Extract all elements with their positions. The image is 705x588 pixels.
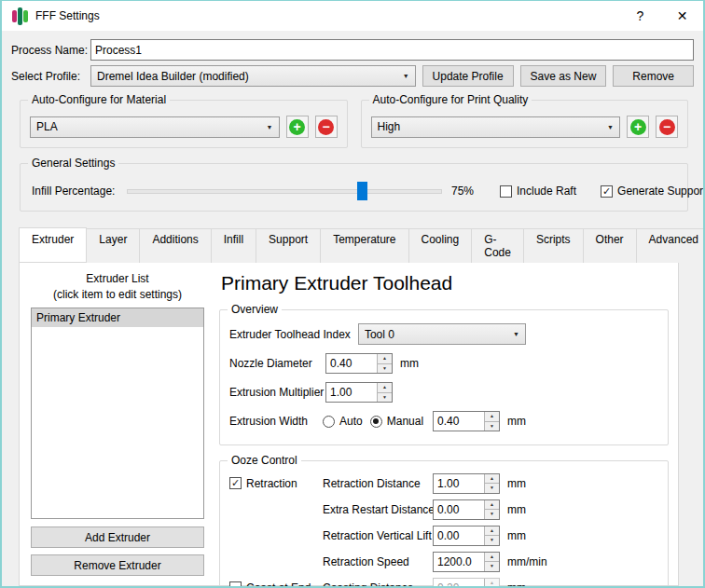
update-profile-button[interactable]: Update Profile (422, 65, 514, 87)
unit-label: mm/min (507, 555, 547, 568)
retraction-checkbox[interactable]: ✓ Retraction (229, 477, 323, 490)
checkbox-check-icon: ✓ (229, 477, 242, 489)
overview-title: Overview (228, 303, 282, 316)
toolhead-index-select[interactable]: Tool 0 ▼ (358, 323, 526, 345)
chevron-down-icon: ▼ (513, 331, 519, 337)
close-icon[interactable]: ✕ (661, 1, 703, 31)
spin-down-icon[interactable]: ▼ (485, 422, 499, 431)
spin-down-icon[interactable]: ▼ (485, 484, 499, 493)
extruder-list-panel: Extruder List (click item to edit settin… (31, 270, 204, 576)
generate-support-checkbox[interactable]: ✓ Generate Support (601, 185, 703, 198)
auto-configure-material-group: Auto-Configure for Material PLA ▼ + − (20, 100, 348, 148)
tab-layer[interactable]: Layer (86, 228, 140, 263)
infill-percentage-label: Infill Percentage: (32, 185, 127, 198)
coasting-distance-label: Coasting Distance (323, 581, 433, 587)
retraction-distance-spinbox[interactable]: 1.00 ▲▼ (433, 473, 500, 494)
coasting-distance-spinbox: 0.20 ▲▼ (433, 578, 500, 587)
retraction-distance-label: Retraction Distance (323, 477, 433, 490)
spin-up-icon[interactable]: ▲ (485, 526, 499, 537)
process-name-label: Process Name: (11, 44, 90, 57)
extrusion-width-auto-radio[interactable]: Auto (323, 415, 363, 428)
save-as-new-button[interactable]: Save as New (520, 65, 607, 87)
tab-additions[interactable]: Additions (139, 228, 211, 263)
unit-label: mm (507, 477, 526, 490)
extrusion-width-label: Extrusion Width (229, 415, 308, 428)
spin-down-icon[interactable]: ▼ (485, 562, 499, 571)
minus-icon: − (318, 119, 334, 135)
plus-icon: + (630, 119, 646, 135)
remove-extruder-button[interactable]: Remove Extruder (31, 554, 204, 576)
tab-temperature[interactable]: Temperature (320, 228, 408, 263)
spin-down-icon[interactable]: ▼ (485, 510, 499, 519)
ooze-control-group: Ooze Control ✓ Retraction Retraction Dis… (219, 460, 669, 586)
remove-profile-button[interactable]: Remove (613, 65, 694, 87)
tab-extruder[interactable]: Extruder (19, 227, 87, 262)
unit-label: mm (507, 503, 526, 516)
extrusion-multiplier-spinbox[interactable]: 1.00 ▲▼ (325, 382, 393, 403)
profile-select[interactable]: Dremel Idea Builder (modified) ▼ (90, 65, 416, 87)
radio-unselected-icon (323, 416, 335, 428)
extra-restart-distance-spinbox[interactable]: 0.00 ▲▼ (433, 499, 500, 520)
checkbox-check-icon: ✓ (601, 185, 613, 198)
checkbox-unchecked-icon (500, 185, 512, 198)
coast-at-end-checkbox[interactable]: Coast at End (229, 581, 323, 587)
tab-other[interactable]: Other (583, 228, 637, 263)
spin-up-icon[interactable]: ▲ (485, 500, 499, 511)
spin-up-icon[interactable]: ▲ (378, 354, 392, 364)
spin-up-icon[interactable]: ▲ (485, 474, 499, 485)
chevron-down-icon: ▼ (267, 124, 273, 130)
extra-restart-distance-label: Extra Restart Distance (323, 503, 433, 516)
toolhead-settings-panel: Primary Extruder Toolhead Overview Extru… (219, 270, 669, 576)
radio-selected-icon (370, 416, 382, 428)
spin-up-icon: ▲ (485, 579, 499, 587)
select-profile-label: Select Profile: (11, 70, 90, 83)
unit-label: mm (400, 357, 419, 370)
slider-thumb[interactable] (357, 182, 367, 200)
spin-down-icon[interactable]: ▼ (485, 536, 499, 545)
help-icon[interactable]: ? (619, 1, 661, 31)
include-raft-checkbox[interactable]: Include Raft (500, 185, 576, 198)
quality-select[interactable]: High ▼ (371, 116, 621, 138)
nozzle-diameter-spinbox[interactable]: 0.40 ▲▼ (325, 353, 393, 374)
general-settings-group: General Settings Infill Percentage: 75% … (20, 163, 688, 212)
retraction-speed-label: Retraction Speed (323, 555, 433, 568)
unit-label: mm (507, 581, 526, 587)
extrusion-width-spinbox[interactable]: 0.40 ▲▼ (433, 411, 500, 431)
auto-configure-quality-group: Auto-Configure for Print Quality High ▼ … (361, 100, 689, 148)
remove-material-button[interactable]: − (315, 116, 338, 138)
infill-slider[interactable] (127, 182, 442, 200)
extruder-listbox[interactable]: Primary Extruder (31, 308, 204, 519)
retraction-speed-spinbox[interactable]: 1200.0 ▲▼ (433, 552, 500, 572)
quality-group-title: Auto-Configure for Print Quality (369, 93, 532, 106)
add-extruder-button[interactable]: Add Extruder (31, 526, 204, 548)
extruder-tab-page: Extruder List (click item to edit settin… (19, 262, 679, 586)
spin-up-icon[interactable]: ▲ (485, 412, 499, 422)
slider-track (127, 189, 442, 194)
plus-icon: + (289, 119, 305, 135)
tab-gcode[interactable]: G-Code (471, 228, 524, 263)
tab-scripts[interactable]: Scripts (523, 228, 584, 263)
tab-advanced[interactable]: Advanced (636, 228, 703, 263)
spin-down-icon[interactable]: ▼ (378, 393, 392, 403)
spin-up-icon[interactable]: ▲ (378, 383, 392, 393)
chevron-down-icon: ▼ (403, 73, 409, 79)
extrusion-multiplier-label: Extrusion Multiplier (229, 386, 318, 399)
add-quality-button[interactable]: + (627, 116, 649, 138)
fff-settings-dialog: FFF Settings ? ✕ Process Name: Select Pr… (0, 0, 705, 588)
spin-down-icon[interactable]: ▼ (378, 364, 392, 374)
tab-infill[interactable]: Infill (211, 228, 256, 263)
retraction-vertical-lift-spinbox[interactable]: 0.00 ▲▼ (433, 526, 500, 546)
tab-cooling[interactable]: Cooling (408, 228, 473, 263)
tab-support[interactable]: Support (256, 228, 321, 263)
remove-quality-button[interactable]: − (656, 116, 678, 138)
unit-label: mm (507, 529, 526, 542)
process-name-input[interactable] (90, 39, 694, 61)
list-item[interactable]: Primary Extruder (32, 308, 203, 327)
material-select[interactable]: PLA ▼ (30, 116, 280, 138)
infill-value: 75% (451, 185, 483, 198)
spin-up-icon[interactable]: ▲ (485, 553, 499, 563)
unit-label: mm (507, 415, 526, 428)
extrusion-width-manual-radio[interactable]: Manual (370, 415, 423, 428)
window-title: FFF Settings (35, 9, 100, 22)
add-material-button[interactable]: + (286, 116, 309, 138)
